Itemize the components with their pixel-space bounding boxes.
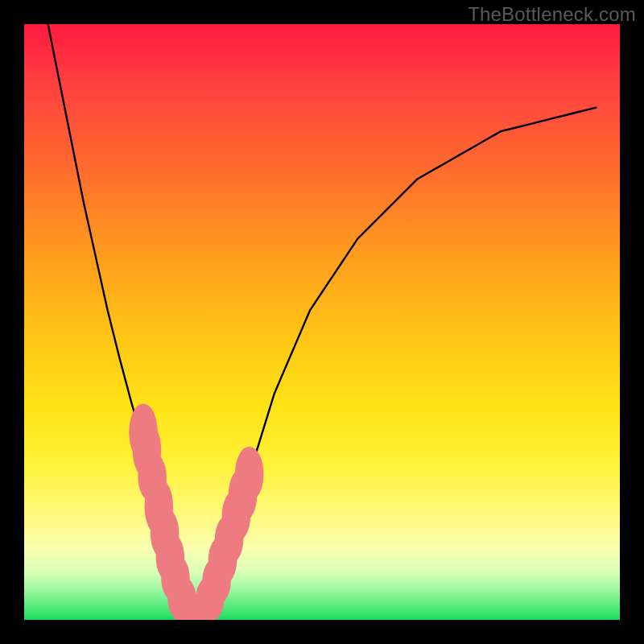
chart-frame: TheBottleneck.com [0, 0, 644, 644]
watermark-text: TheBottleneck.com [468, 3, 636, 26]
data-marker [235, 447, 264, 502]
markers [129, 403, 263, 620]
plot-area [24, 24, 620, 620]
chart-svg [24, 24, 620, 620]
bottleneck-curve [48, 24, 597, 620]
